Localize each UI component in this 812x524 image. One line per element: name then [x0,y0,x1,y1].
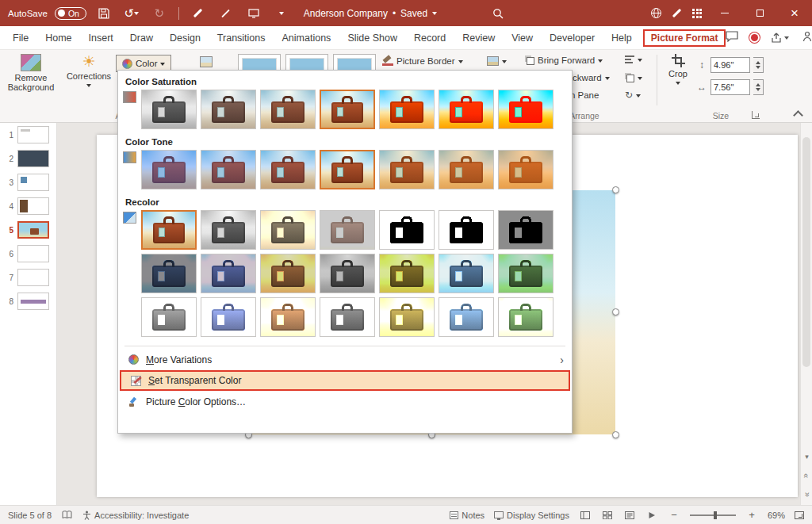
picture-variant-black-and-white-25[interactable] [379,210,435,250]
picture-variant-saturation-66[interactable] [260,90,316,129]
picture-variant-light-blue-light[interactable] [439,297,494,337]
picture-variant-gold-light[interactable] [379,297,435,337]
previous-slide-button[interactable]: « [801,469,812,483]
menu-tab-draw[interactable]: Draw [130,33,153,44]
picture-variant-light-blue-dark[interactable] [439,254,494,293]
slide-thumbnail-1[interactable]: 1 [0,123,56,147]
undo-button[interactable]: ↺ [121,3,142,24]
picture-variant-no-recolor[interactable] [141,210,197,250]
zoom-out-button[interactable]: − [668,510,680,521]
spellcheck-button[interactable] [62,511,72,519]
more-variations-item[interactable]: More Variations › [118,350,572,369]
search-button[interactable] [488,3,508,24]
picture-variant-gray-lighter[interactable] [320,297,375,337]
picture-variant-gray-dark[interactable] [320,254,375,293]
rotate-button[interactable]: ↻ [625,90,641,100]
picture-variant-saturation-100[interactable] [320,90,375,129]
picture-variant-saturation-200[interactable] [379,90,435,129]
resize-handle-top-right[interactable] [612,186,619,193]
editing-mode-button[interactable] [666,3,687,24]
picture-variant-temperature-5300-k[interactable] [201,150,256,189]
minimize-button[interactable] [707,0,742,26]
picture-variant-temperature-11200-k[interactable] [498,150,553,189]
picture-variant-black-and-white-50[interactable] [439,210,494,250]
zoom-in-button[interactable]: + [745,510,758,521]
bring-forward-button[interactable]: Bring Forward [525,55,603,65]
chevron-down-icon[interactable] [432,12,437,17]
height-input[interactable] [710,57,750,73]
next-slide-button[interactable]: « [801,488,812,502]
tab-picture-format[interactable]: Picture Format [643,29,726,47]
view-reading-button[interactable] [623,510,636,521]
menu-tab-design[interactable]: Design [170,33,201,44]
picture-variant-gray-light[interactable] [141,297,197,337]
close-button[interactable]: × [777,0,812,26]
picture-variant-temperature-4700-k[interactable] [141,150,197,189]
picture-variant-saturation-33[interactable] [201,90,256,129]
group-button[interactable] [625,73,642,82]
picture-variant-orange-light[interactable] [260,297,316,337]
picture-variant-black-and-white-75[interactable] [498,210,553,250]
picture-variant-temperature-7200-k[interactable] [379,150,435,189]
fit-slide-button[interactable] [795,511,804,519]
picture-variant-sepia[interactable] [260,210,316,250]
resize-handle-bottom-right[interactable] [612,431,619,438]
picture-variant-grayscale[interactable] [201,210,256,250]
display-settings-button[interactable]: Display Settings [494,511,569,520]
qat-overflow-button[interactable] [271,3,292,24]
remove-background-button[interactable]: Remove Background [5,54,57,92]
picture-variant-navy-dark[interactable] [141,254,197,293]
presenter-button[interactable] [802,31,812,44]
menu-tab-help[interactable]: Help [611,33,632,44]
document-title[interactable]: Anderson Company [304,8,388,19]
zoom-slider-thumb[interactable] [714,511,717,519]
save-button[interactable] [94,3,114,24]
picture-variant-temperature-6500-k[interactable] [320,150,375,189]
picture-variant-blue-light[interactable] [201,297,256,337]
slide-thumbnail-8[interactable]: 8 [0,289,56,313]
zoom-level[interactable]: 69% [768,511,785,520]
menu-tab-review[interactable]: Review [462,33,495,44]
scrollbar-thumb[interactable] [802,137,810,367]
menu-tab-animations[interactable]: Animations [282,33,331,44]
menu-tab-file[interactable]: File [13,33,29,44]
view-normal-button[interactable] [579,510,592,521]
picture-border-button[interactable]: Picture Border [382,56,463,66]
menu-tab-transitions[interactable]: Transitions [217,33,266,44]
width-input[interactable] [710,79,750,95]
resize-handle-right[interactable] [612,308,619,316]
width-spinner[interactable] [753,79,764,95]
comments-button[interactable] [726,31,738,44]
picture-variant-green-dark[interactable] [498,254,553,293]
slide-thumbnail-2[interactable]: 2 [0,147,56,170]
menu-tab-developer[interactable]: Developer [550,33,595,44]
slide-thumbnail-6[interactable]: 6 [0,242,56,266]
picture-variant-gold-dark[interactable] [379,254,435,293]
picture-variant-blue-dark[interactable] [201,254,256,293]
picture-variant-orange-dark[interactable] [260,254,316,293]
menu-tab-slide-show[interactable]: Slide Show [347,33,397,44]
picture-color-options-item[interactable]: Picture Color Options… [118,392,572,411]
slide-thumbnail-4[interactable]: 4 [0,194,56,218]
picture-variant-saturation-0[interactable] [141,90,197,129]
view-slide-sorter-button[interactable] [601,510,614,521]
slide-thumbnail-5[interactable]: 5 [0,218,56,242]
qat-pen-button[interactable] [216,3,236,24]
slide-thumbnail-7[interactable]: 7 [0,266,56,289]
alt-text-button[interactable] [487,56,507,66]
web-version-button[interactable] [645,3,666,24]
share-button[interactable] [771,33,789,43]
view-slideshow-button[interactable] [645,510,658,521]
zoom-slider[interactable] [690,514,736,516]
notes-button[interactable]: Notes [450,511,485,520]
redo-button[interactable]: ↻ [149,3,170,24]
picture-variant-green-light[interactable] [498,297,553,337]
picture-variant-temperature-5900-k[interactable] [260,150,316,189]
artistic-effects-button[interactable] [200,56,213,67]
menu-tab-home[interactable]: Home [45,33,71,44]
align-button[interactable] [625,55,642,63]
accessibility-checker[interactable]: Accessibility: Investigate [82,511,189,520]
scroll-down-button[interactable]: ▾ [801,449,812,464]
menu-tab-insert[interactable]: Insert [89,33,113,44]
slide-thumbnail-3[interactable]: 3 [0,170,56,194]
